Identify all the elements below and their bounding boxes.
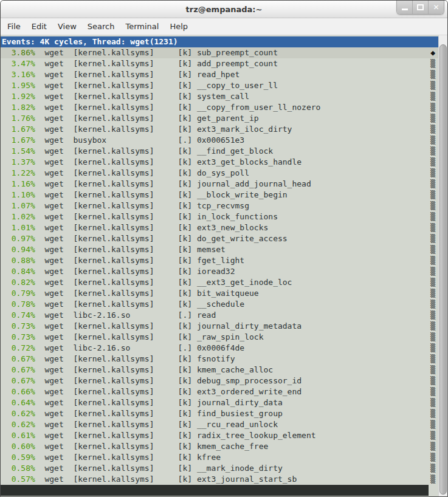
text-scrollbar-block-icon: ▒ <box>430 233 435 244</box>
perf-row[interactable]: 0.82% wget [kernel.kallsyms] [k] __ext3_… <box>1 277 438 288</box>
perf-row[interactable]: 1.10% wget [kernel.kallsyms] [k] __block… <box>1 190 438 201</box>
perf-row[interactable]: 0.73% wget [kernel.kallsyms] [k] _raw_sp… <box>1 332 438 343</box>
perf-row[interactable]: 1.95% wget [kernel.kallsyms] [k] __copy_… <box>1 80 438 91</box>
perf-row[interactable]: 3.16% wget [kernel.kallsyms] [k] read_hp… <box>1 69 438 80</box>
terminal-viewport: Events: 4K cycles, Thread: wget(1231) 3.… <box>1 35 447 497</box>
minimize-button[interactable] <box>397 1 412 14</box>
overhead-percent: 0.74% <box>2 310 35 320</box>
perf-row[interactable]: 0.58% wget [kernel.kallsyms] [k] __mark_… <box>1 463 438 474</box>
terminal-window: trz@empanada:~ ✕ File Edit View Search T… <box>0 0 448 497</box>
menu-file[interactable]: File <box>2 19 26 33</box>
perf-row[interactable]: 0.72% wget libc-2.16.so [.] 0x0006f4de▒ <box>1 343 438 354</box>
text-scrollbar-block-icon: ▒ <box>430 441 435 452</box>
overhead-percent: 1.10% <box>2 190 35 199</box>
perf-row[interactable]: 0.73% wget [kernel.kallsyms] [k] journal… <box>1 321 438 332</box>
perf-row[interactable]: 1.54% wget [kernel.kallsyms] [k] __find_… <box>1 146 438 157</box>
overhead-percent: 0.66% <box>2 387 35 396</box>
perf-row[interactable]: 0.59% wget [kernel.kallsyms] [k] kfree▒ <box>1 452 438 463</box>
overhead-percent: 0.79% <box>2 289 35 298</box>
perf-row[interactable]: 0.57% wget [kernel.kallsyms] [k] ext3_jo… <box>1 474 438 485</box>
row-text: wget [kernel.kallsyms] [k] radix_tree_lo… <box>35 431 316 440</box>
overhead-percent: 0.94% <box>2 245 35 254</box>
perf-row[interactable]: 0.67% wget [kernel.kallsyms] [k] debug_s… <box>1 375 438 386</box>
overhead-percent: 1.76% <box>2 114 35 123</box>
perf-row[interactable]: 1.02% wget [kernel.kallsyms] [k] in_lock… <box>1 211 438 222</box>
text-scrollbar-block-icon: ▒ <box>430 474 435 485</box>
perf-row[interactable]: 1.92% wget [kernel.kallsyms] [k] system_… <box>1 91 438 102</box>
window-title: trz@empanada:~ <box>186 5 263 14</box>
overhead-percent: 0.62% <box>2 409 35 418</box>
text-scrollbar-block-icon: ▒ <box>430 211 435 222</box>
perf-row[interactable]: 0.61% wget [kernel.kallsyms] [k] radix_t… <box>1 430 438 441</box>
perf-row[interactable]: 1.82% wget [kernel.kallsyms] [k] __copy_… <box>1 102 438 113</box>
text-scrollbar-block-icon: ▒ <box>430 91 435 102</box>
text-scrollbar-block-icon: ▒ <box>430 386 435 397</box>
perf-row[interactable]: 3.47% wget [kernel.kallsyms] [k] add_pre… <box>1 58 438 69</box>
perf-row[interactable]: 1.37% wget [kernel.kallsyms] [k] ext3_ge… <box>1 157 438 168</box>
overhead-percent: 0.82% <box>2 278 35 287</box>
text-scrollbar-block-icon: ▒ <box>430 375 435 386</box>
row-text: wget [kernel.kallsyms] [k] ext3_journal_… <box>35 475 297 484</box>
maximize-button[interactable] <box>412 1 428 14</box>
overhead-percent: 3.86% <box>2 48 35 57</box>
text-scrollbar-block-icon: ▒ <box>430 310 435 321</box>
row-text: wget [kernel.kallsyms] [k] __copy_from_u… <box>35 103 321 112</box>
close-button[interactable]: ✕ <box>428 1 444 14</box>
text-scrollbar-block-icon: ▒ <box>430 463 435 474</box>
perf-row[interactable]: 0.78% wget [kernel.kallsyms] [k] __sched… <box>1 299 438 310</box>
perf-row[interactable]: 0.97% wget [kernel.kallsyms] [k] do_get_… <box>1 233 438 244</box>
overhead-percent: 1.16% <box>2 179 35 188</box>
row-text: wget [kernel.kallsyms] [k] kfree <box>35 453 221 462</box>
menu-help[interactable]: Help <box>164 19 193 33</box>
perf-row[interactable]: 1.67% wget [kernel.kallsyms] [k] ext3_ma… <box>1 124 438 135</box>
menu-search[interactable]: Search <box>82 19 120 33</box>
overhead-percent: 0.67% <box>2 354 35 363</box>
perf-row[interactable]: 0.88% wget [kernel.kallsyms] [k] fget_li… <box>1 255 438 266</box>
row-text: wget [kernel.kallsyms] [k] bit_waitqueue <box>35 289 259 298</box>
minimize-icon <box>402 9 408 10</box>
perf-row[interactable]: 1.67% wget busybox [.] 0x000651e3▒ <box>1 135 438 146</box>
menu-edit[interactable]: Edit <box>26 19 52 33</box>
text-scrollbar-block-icon: ▒ <box>430 69 435 80</box>
overhead-percent: 1.54% <box>2 146 35 156</box>
perf-row[interactable]: 1.16% wget [kernel.kallsyms] [k] journal… <box>1 179 438 190</box>
perf-row[interactable]: 0.94% wget [kernel.kallsyms] [k] memset▒ <box>1 244 438 255</box>
perf-row[interactable]: 0.67% wget [kernel.kallsyms] [k] kmem_ca… <box>1 365 438 375</box>
text-scrollbar-block-icon: ▒ <box>430 157 435 168</box>
text-scrollbar-block-icon: ▒ <box>430 58 435 69</box>
perf-row[interactable]: 0.74% wget libc-2.16.so [.] read▒ <box>1 310 438 321</box>
perf-row[interactable]: 0.67% wget [kernel.kallsyms] [k] fsnotif… <box>1 354 438 365</box>
row-text: wget [kernel.kallsyms] [k] fget_light <box>35 256 244 265</box>
text-scrollbar-block-icon: ▒ <box>430 179 435 190</box>
row-text: wget [kernel.kallsyms] [k] journal_dirty… <box>35 321 302 331</box>
row-text: wget libc-2.16.so [.] 0x0006f4de <box>35 343 244 352</box>
perf-row[interactable]: 0.62% wget [kernel.kallsyms] [k] __rcu_r… <box>1 419 438 430</box>
text-scrollbar-block-icon: ▒ <box>430 244 435 255</box>
text-scrollbar-block-icon: ▒ <box>430 80 435 91</box>
text-scrollbar-block-icon: ▒ <box>430 397 435 408</box>
overhead-percent: 3.47% <box>2 59 35 68</box>
scrollbar[interactable] <box>438 35 447 497</box>
menu-terminal[interactable]: Terminal <box>120 19 164 33</box>
scrollbar-thumb[interactable] <box>439 44 447 495</box>
perf-row[interactable]: 0.62% wget [kernel.kallsyms] [k] find_bu… <box>1 408 438 419</box>
menu-view[interactable]: View <box>52 19 82 33</box>
perf-row[interactable]: 0.84% wget [kernel.kallsyms] [k] ioread3… <box>1 266 438 277</box>
perf-row[interactable]: 0.64% wget [kernel.kallsyms] [k] journal… <box>1 397 438 408</box>
text-scrollbar-block-icon: ▒ <box>430 135 435 146</box>
row-text: wget [kernel.kallsyms] [k] sub_preempt_c… <box>35 48 278 57</box>
row-text: wget [kernel.kallsyms] [k] __rcu_read_un… <box>35 420 278 429</box>
perf-row[interactable]: 3.86% wget [kernel.kallsyms] [k] sub_pre… <box>1 47 438 58</box>
perf-row[interactable]: 0.60% wget [kernel.kallsyms] [k] kmem_ca… <box>1 441 438 452</box>
perf-row[interactable]: 0.79% wget [kernel.kallsyms] [k] bit_wai… <box>1 288 438 299</box>
perf-output[interactable]: Events: 4K cycles, Thread: wget(1231) 3.… <box>1 35 438 497</box>
perf-row[interactable]: 1.76% wget [kernel.kallsyms] [k] get_par… <box>1 113 438 124</box>
perf-row[interactable]: 1.07% wget [kernel.kallsyms] [k] tcp_rec… <box>1 201 438 211</box>
titlebar[interactable]: trz@empanada:~ ✕ <box>1 1 447 18</box>
row-text: wget [kernel.kallsyms] [k] system_call <box>35 92 249 101</box>
perf-row[interactable]: 0.66% wget [kernel.kallsyms] [k] ext3_or… <box>1 386 438 397</box>
row-text: wget [kernel.kallsyms] [k] kmem_cache_fr… <box>35 442 269 451</box>
perf-row[interactable]: 1.01% wget [kernel.kallsyms] [k] ext3_ne… <box>1 222 438 233</box>
perf-row[interactable]: 1.22% wget [kernel.kallsyms] [k] do_sys_… <box>1 168 438 179</box>
overhead-percent: 0.72% <box>2 343 35 352</box>
